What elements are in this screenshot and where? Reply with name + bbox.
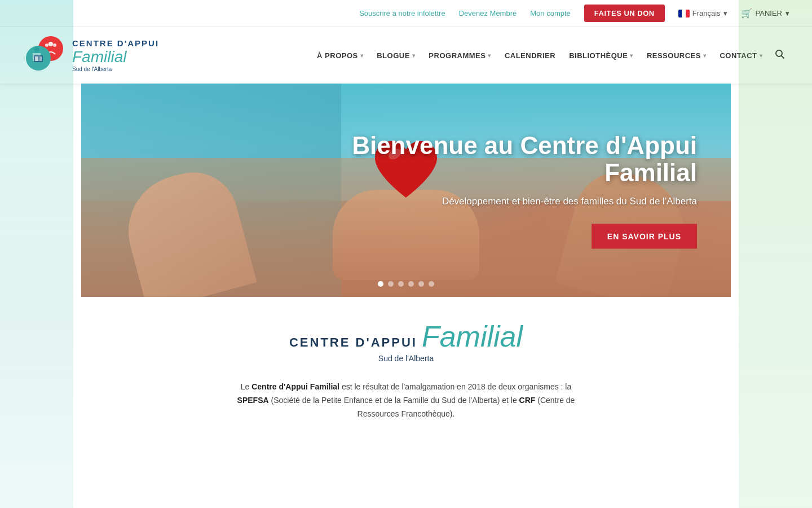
lang-chevron-icon: ▾ [723,9,727,17]
hero-subtitle: Développement et bien-être des familles … [302,195,697,207]
nav-item-apropos[interactable]: À PROPOS ▾ [311,46,369,65]
brand-centre-label: CENTRE D'APPUI [289,335,417,350]
cart-label: PANIER [756,9,782,17]
lang-label: Français [692,9,721,17]
search-button[interactable] [770,45,789,66]
member-link[interactable]: Devenez Membre [459,9,517,17]
logo-sud: Sud de l'Alberta [72,66,159,72]
slider-dot-1[interactable] [378,281,383,287]
org-name: Centre d'Appui Familial [251,382,339,391]
logo-familial: Familial [72,48,159,66]
chevron-down-icon: ▾ [488,52,491,59]
nav-item-ressources[interactable]: RESSOURCES ▾ [641,46,712,65]
chevron-down-icon: ▾ [760,52,763,59]
spefsa-label: SPEFSA [237,396,269,405]
svg-point-3 [53,43,56,47]
nav-item-bibliotheque[interactable]: BIBLIOTHÈQUE ▾ [563,46,639,65]
logo-icon [23,33,68,78]
newsletter-link[interactable]: Souscrire à notre infolettre [359,9,445,17]
brand-sud-label: Sud de l'Alberta [378,354,434,363]
chevron-down-icon: ▾ [703,52,707,59]
svg-rect-8 [39,56,42,61]
brand-logo-large: CENTRE D'APPUI Familial Sud de l'Alberta [78,319,734,364]
flag-icon [678,10,690,17]
chevron-down-icon: ▾ [412,52,416,59]
top-bar: Souscrire à notre infolettre Devenez Mem… [0,0,812,27]
svg-rect-7 [35,56,38,61]
crf-label: CRF [519,396,536,405]
cart-icon: 🛒 [741,8,752,19]
slider-dot-3[interactable] [398,281,404,287]
chevron-down-icon: ▾ [630,52,633,59]
account-link[interactable]: Mon compte [530,9,571,17]
svg-point-2 [45,43,48,47]
chevron-down-icon: ▾ [360,52,364,59]
svg-point-1 [48,42,53,46]
hero-cta-button[interactable]: EN SAVOIR PLUS [592,224,697,248]
header: CENTRE D'APPUI Familial Sud de l'Alberta… [0,27,812,84]
slider-dot-2[interactable] [388,281,394,287]
logo-centre: CENTRE D'APPUI [72,38,159,48]
donate-button[interactable]: FAITES UN DON [584,5,665,22]
hero-wrapper: Bienvenue au Centre d'Appui Familial Dév… [67,84,745,432]
nav-item-calendrier[interactable]: CALENDRIER [499,46,561,65]
slider-dots [378,281,434,287]
svg-line-10 [782,56,784,59]
nav-item-blogue[interactable]: BLOGUE ▾ [371,46,421,65]
slider-dot-5[interactable] [418,281,424,287]
slider-dot-4[interactable] [408,281,414,287]
description-text: Le Centre d'Appui Familial est le résult… [237,380,575,421]
logo-text: CENTRE D'APPUI Familial Sud de l'Alberta [72,38,159,72]
main-nav: À PROPOS ▾ BLOGUE ▾ PROGRAMMES ▾ CALENDR… [180,45,789,66]
description-part1: est le résultat de l'amalgamation en 201… [339,382,571,391]
nav-item-contact[interactable]: CONTACT ▾ [714,46,768,65]
description-part2: (Société de la Petite Enfance et de la F… [269,396,519,405]
nav-item-programmes[interactable]: PROGRAMMES ▾ [423,46,497,65]
language-selector[interactable]: Français ▾ [678,9,727,17]
cart-button[interactable]: 🛒 PANIER ▾ [741,8,789,19]
logo[interactable]: CENTRE D'APPUI Familial Sud de l'Alberta [23,33,180,78]
hero-slider: Bienvenue au Centre d'Appui Familial Dév… [81,84,731,297]
description-intro: Le [241,382,251,391]
cart-chevron-icon: ▾ [785,9,789,17]
brand-familial-label: Familial [422,319,523,353]
svg-point-5 [34,47,39,52]
content-section: CENTRE D'APPUI Familial Sud de l'Alberta… [67,297,745,432]
slider-dot-6[interactable] [429,281,434,287]
hero-title: Bienvenue au Centre d'Appui Familial [302,132,697,187]
hero-content: Bienvenue au Centre d'Appui Familial Dév… [302,132,697,249]
